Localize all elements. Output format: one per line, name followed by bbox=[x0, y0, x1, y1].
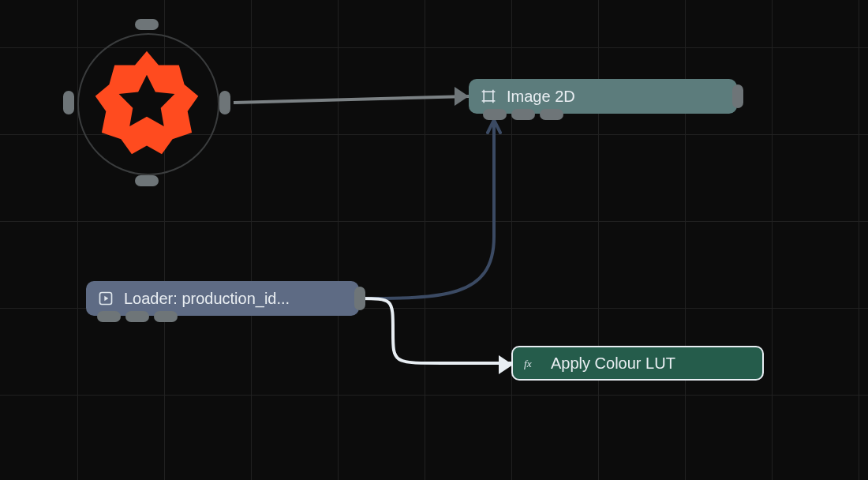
loader-bottom-port-1[interactable] bbox=[97, 311, 121, 322]
apply-colour-lut-node[interactable]: fx Apply Colour LUT bbox=[511, 346, 764, 381]
image2d-output-port[interactable] bbox=[732, 84, 743, 108]
source-port-bottom[interactable] bbox=[135, 175, 159, 186]
edge-loader-to-applylut bbox=[359, 298, 511, 363]
source-port-left[interactable] bbox=[63, 91, 74, 114]
image2d-bottom-port-1[interactable] bbox=[483, 109, 507, 120]
loader-bottom-port-3[interactable] bbox=[154, 311, 178, 322]
loader-output-port[interactable] bbox=[354, 287, 365, 310]
image2d-label: Image 2D bbox=[507, 88, 575, 106]
frame-icon bbox=[480, 88, 497, 104]
image-2d-node[interactable]: Image 2D bbox=[469, 79, 737, 114]
source-node[interactable] bbox=[60, 16, 234, 189]
loader-label: Loader: production_id... bbox=[124, 290, 290, 308]
edge-loader-to-image2d bbox=[359, 120, 500, 298]
image2d-bottom-port-2[interactable] bbox=[511, 109, 535, 120]
applylut-input-port[interactable] bbox=[499, 355, 513, 374]
fx-icon: fx bbox=[524, 355, 541, 371]
image2d-input-port[interactable] bbox=[455, 87, 469, 106]
loader-bottom-port-2[interactable] bbox=[125, 311, 149, 322]
applylut-label: Apply Colour LUT bbox=[551, 354, 675, 373]
gear-icon bbox=[93, 49, 200, 156]
svg-text:fx: fx bbox=[524, 358, 532, 369]
loader-node[interactable]: Loader: production_id... bbox=[86, 281, 359, 316]
edge-source-to-image2d bbox=[234, 96, 469, 103]
node-graph-canvas[interactable]: Image 2D Loader: production_id... fx App… bbox=[0, 0, 868, 480]
play-square-icon bbox=[97, 291, 114, 306]
source-port-right[interactable] bbox=[219, 91, 230, 114]
source-port-top[interactable] bbox=[135, 19, 159, 30]
image2d-bottom-port-3[interactable] bbox=[540, 109, 563, 120]
